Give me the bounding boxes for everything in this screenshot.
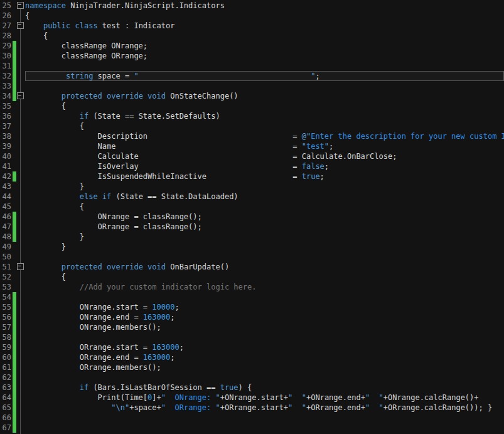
line-number[interactable]: 58 [0,332,11,342]
line-number[interactable]: 37 [0,121,11,131]
code-line[interactable] [25,252,504,262]
collapse-toggle-icon[interactable] [17,22,24,29]
code-line[interactable]: } [25,182,504,192]
code-line[interactable]: //Add your custom indicator logic here. [25,282,504,292]
line-number[interactable]: 31 [0,61,11,71]
code-line[interactable]: { [25,11,504,21]
code-token: ORrange.members(); [25,363,161,372]
fold-margin-cell [16,192,25,202]
line-number[interactable]: 57 [0,322,11,332]
line-number[interactable]: 50 [0,252,11,262]
code-line[interactable] [25,292,504,302]
line-number[interactable]: 36 [0,111,11,121]
line-number[interactable]: 54 [0,292,11,302]
line-number[interactable]: 53 [0,282,11,292]
line-number[interactable]: 61 [0,362,11,372]
code-line[interactable] [25,81,504,91]
code-line[interactable]: Description = @"Enter the description fo… [25,131,504,141]
code-line[interactable]: string space = " "; [25,71,504,81]
code-token: ONrange.members(); [25,323,161,332]
code-line[interactable]: ORrange.start = 163000; [25,342,504,352]
code-line[interactable]: { [25,31,504,41]
code-line[interactable]: Print(Time[0]+" ONrange: "+ONrange.start… [25,393,504,403]
code-line[interactable]: classRange ONrange; [25,41,504,51]
line-number[interactable]: 26 [0,11,11,21]
code-line[interactable]: if (Bars.IsLastBarOfSession == true) { [25,382,504,393]
code-line[interactable]: if (State == State.SetDefaults) [25,111,504,121]
code-line[interactable] [25,423,504,433]
code-line[interactable] [25,413,504,423]
code-line[interactable] [25,332,504,342]
line-number[interactable]: 59 [0,342,11,352]
code-token: (State == State.DataLoaded) [111,192,238,201]
line-number[interactable]: 46 [0,212,11,222]
code-line[interactable]: ORrange = classRange(); [25,222,504,232]
line-number[interactable]: 44 [0,192,11,202]
code-line[interactable]: { [25,272,504,282]
code-token: ; [324,162,329,171]
line-number[interactable]: 60 [0,352,11,362]
line-number[interactable]: 55 [0,302,11,312]
code-line[interactable]: Calculate = Calculate.OnBarClose; [25,151,504,161]
collapse-toggle-icon[interactable] [17,2,24,9]
code-line[interactable]: else if (State == State.DataLoaded) [25,192,504,202]
code-line[interactable] [25,61,504,71]
line-number[interactable]: 67 [0,423,11,433]
code-line[interactable] [25,372,504,382]
code-line[interactable]: ONrange.members(); [25,322,504,332]
line-number[interactable]: 32 [0,71,11,81]
code-line[interactable]: ORrange.end = 163000; [25,352,504,362]
change-bar [11,332,16,342]
line-number[interactable]: 30 [0,51,11,61]
collapse-toggle-icon[interactable] [17,92,24,99]
line-number[interactable]: 66 [0,413,11,423]
line-number[interactable]: 28 [0,31,11,41]
code-line[interactable]: ONrange.end = 163000; [25,312,504,322]
code-line[interactable]: } [25,242,504,252]
fold-margin-cell [16,151,25,161]
collapse-toggle-icon[interactable] [17,263,24,270]
code-line[interactable]: IsOverlay = false; [25,161,504,171]
line-number[interactable]: 43 [0,182,11,192]
code-line[interactable]: namespace NinjaTrader.NinjaScript.Indica… [25,1,504,11]
line-number[interactable]: 33 [0,81,11,91]
code-line[interactable]: { [25,101,504,111]
code-line[interactable]: protected override void OnStateChange() [25,91,504,101]
code-line[interactable]: protected override void OnBarUpdate() [25,262,504,272]
line-number[interactable]: 34 [0,91,11,101]
code-token: " " [134,72,315,80]
code-line[interactable]: Name = "test"; [25,141,504,151]
line-number[interactable]: 51 [0,262,11,272]
line-number[interactable]: 48 [0,232,11,242]
line-number[interactable]: 65 [0,403,11,413]
change-bar [11,262,16,272]
line-number[interactable]: 41 [0,161,11,171]
line-number[interactable]: 47 [0,222,11,232]
code-line[interactable]: "\n"+space+" ORrange: "+ORrange.start+" … [25,403,504,413]
line-number[interactable]: 49 [0,242,11,252]
line-number[interactable]: 29 [0,41,11,51]
line-number[interactable]: 63 [0,382,11,393]
line-number[interactable]: 42 [0,171,11,182]
code-line[interactable]: ONrange.start = 10000; [25,302,504,312]
line-number[interactable]: 27 [0,21,11,31]
line-number[interactable]: 62 [0,372,11,382]
code-line[interactable]: IsSuspendedWhileInactive = true; [25,171,504,182]
line-number[interactable]: 39 [0,141,11,151]
line-number[interactable]: 25 [0,1,11,11]
line-number[interactable]: 40 [0,151,11,161]
line-number[interactable]: 56 [0,312,11,322]
code-token: ; [315,72,319,80]
line-number[interactable]: 52 [0,272,11,282]
line-number[interactable]: 35 [0,101,11,111]
code-line[interactable]: { [25,202,504,212]
code-line[interactable]: { [25,121,504,131]
line-number[interactable]: 38 [0,131,11,141]
line-number[interactable]: 45 [0,202,11,212]
code-line[interactable]: classRange ORrange; [25,51,504,61]
code-line[interactable]: ORrange.members(); [25,362,504,372]
line-number[interactable]: 64 [0,393,11,403]
code-line[interactable]: } [25,232,504,242]
code-line[interactable]: ONrange = classRange(); [25,212,504,222]
code-line[interactable]: public class test : Indicator [25,21,504,31]
